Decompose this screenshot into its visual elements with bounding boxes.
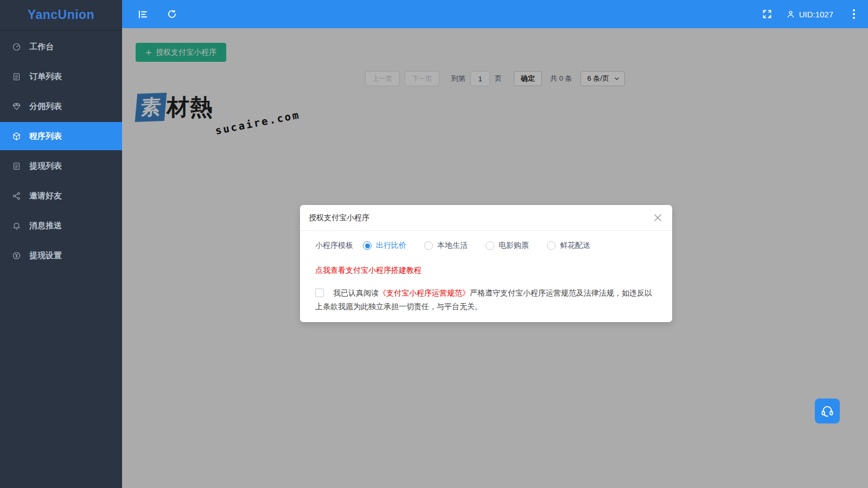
agreement-text: 我已认真阅读《支付宝小程序运营规范》严格遵守支付宝小程序运营规范及法律法规，如违… xyxy=(315,286,657,313)
collapse-menu-button[interactable] xyxy=(132,0,154,28)
user-icon xyxy=(786,10,795,19)
commission-gem-icon xyxy=(12,102,21,111)
radio-label: 本地生活 xyxy=(437,241,468,251)
withdraw-list-icon xyxy=(12,162,21,171)
sidebar: YancUnion 工作台 订单列表 分佣列表 程序列表 提现列表 xyxy=(0,0,122,488)
sidebar-item-withdraw-settings[interactable]: 提现设置 xyxy=(0,241,122,269)
tutorial-link[interactable]: 点我查看支付宝小程序搭建教程 xyxy=(315,266,657,275)
sidebar-item-label: 邀请好友 xyxy=(29,191,62,201)
headset-icon xyxy=(820,404,834,418)
sidebar-item-workbench[interactable]: 工作台 xyxy=(0,33,122,61)
sidebar-item-withdraw-list[interactable]: 提现列表 xyxy=(0,152,122,180)
sidebar-item-label: 消息推送 xyxy=(29,221,62,231)
agreement-policy-link[interactable]: 《支付宝小程序运营规范》 xyxy=(379,288,470,297)
radio-label: 出行比价 xyxy=(376,241,406,251)
sidebar-item-label: 分佣列表 xyxy=(29,101,62,112)
sidebar-item-label: 订单列表 xyxy=(29,72,62,82)
uid-label: UID:1027 xyxy=(799,10,833,19)
sidebar-item-invite[interactable]: 邀请好友 xyxy=(0,182,122,210)
radio-selected-icon xyxy=(363,241,372,250)
radio-option-travel-compare[interactable]: 出行比价 xyxy=(363,241,406,251)
program-cube-icon xyxy=(12,132,21,141)
topbar-left xyxy=(132,0,183,28)
radio-unselected-icon xyxy=(486,241,494,250)
sidebar-item-messages[interactable]: 消息推送 xyxy=(0,211,122,240)
topbar: UID:1027 xyxy=(122,0,868,28)
radio-label: 电影购票 xyxy=(499,241,529,251)
kebab-icon xyxy=(853,9,855,11)
radio-option-movie-tickets[interactable]: 电影购票 xyxy=(486,241,529,251)
fullscreen-button[interactable] xyxy=(762,0,772,28)
refresh-icon xyxy=(167,9,177,19)
sidebar-item-orders[interactable]: 订单列表 xyxy=(0,62,122,91)
modal-body: 小程序模板 出行比价 本地生活 电影购票 鲜花配送 点我查看 xyxy=(300,231,672,322)
radio-option-local-life[interactable]: 本地生活 xyxy=(424,241,468,251)
message-bell-icon xyxy=(12,221,21,230)
topbar-right: UID:1027 xyxy=(762,0,860,28)
radio-option-flower-delivery[interactable]: 鲜花配送 xyxy=(547,241,590,251)
dashboard-icon xyxy=(12,42,21,52)
modal-header: 授权支付宝小程序 xyxy=(300,205,672,231)
radio-unselected-icon xyxy=(424,241,433,250)
sidebar-menu: 工作台 订单列表 分佣列表 程序列表 提现列表 邀请好友 xyxy=(0,30,122,269)
sidebar-item-label: 工作台 xyxy=(29,42,54,52)
agreement-prefix: 我已认真阅读 xyxy=(333,288,379,297)
agreement-checkbox[interactable] xyxy=(315,288,324,297)
app-window: YancUnion 工作台 订单列表 分佣列表 程序列表 提现列表 xyxy=(0,0,868,488)
withdraw-settings-yen-icon xyxy=(12,251,21,260)
sidebar-item-label: 提现列表 xyxy=(29,161,62,171)
brand-logo: YancUnion xyxy=(0,0,122,30)
user-menu[interactable]: UID:1027 xyxy=(786,10,833,19)
close-icon xyxy=(654,214,661,221)
invite-share-icon xyxy=(12,191,21,201)
menu-fold-icon xyxy=(138,9,148,20)
order-list-icon xyxy=(12,72,21,81)
fullscreen-icon xyxy=(762,9,772,19)
radio-unselected-icon xyxy=(547,241,556,250)
template-label: 小程序模板 xyxy=(315,241,353,251)
sidebar-item-label: 提现设置 xyxy=(29,251,62,261)
radio-label: 鲜花配送 xyxy=(560,241,590,251)
customer-service-button[interactable] xyxy=(815,399,840,423)
sidebar-item-commission[interactable]: 分佣列表 xyxy=(0,92,122,120)
more-options-button[interactable] xyxy=(847,6,860,22)
authorize-modal: 授权支付宝小程序 小程序模板 出行比价 本地生活 电影购票 xyxy=(300,205,672,322)
modal-close-button[interactable] xyxy=(652,212,663,224)
modal-title: 授权支付宝小程序 xyxy=(309,213,369,223)
refresh-button[interactable] xyxy=(161,0,183,28)
sidebar-item-programs[interactable]: 程序列表 xyxy=(0,122,122,150)
sidebar-item-label: 程序列表 xyxy=(29,131,62,142)
template-radio-group: 小程序模板 出行比价 本地生活 电影购票 鲜花配送 xyxy=(315,241,657,251)
